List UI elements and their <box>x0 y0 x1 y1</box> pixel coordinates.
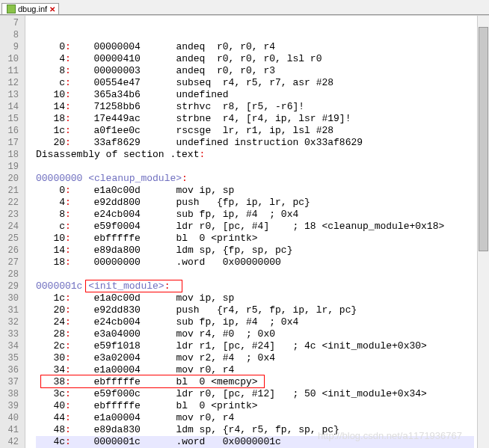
scrollbar-thumb[interactable] <box>479 27 488 251</box>
address: 44: <box>36 412 76 424</box>
address: 8: <box>36 65 76 77</box>
code-line[interactable]: 0000001c <init_module>: <box>36 280 474 292</box>
address: 14: <box>36 101 76 113</box>
code-line[interactable]: 8: 00000003andeq r0, r0, r3 <box>36 65 474 77</box>
code-line[interactable]: 4: e92dd800push {fp, ip, lr, pc} <box>36 197 474 209</box>
line-number: 19 <box>3 161 19 173</box>
instruction: ldr r0, [pc, #12] ; 50 <init_module+0x34… <box>176 388 426 400</box>
hex-bytes: 71258bb6 <box>93 101 176 113</box>
instruction: andeq r0, r0, r0, lsl r0 <box>176 53 322 65</box>
instruction: bl 0 <memcpy> <box>176 376 257 388</box>
instruction: strbne r4, [r4, ip, lsr #19]! <box>176 113 351 125</box>
address: 38: <box>36 376 76 388</box>
instruction: mov r0, r4 <box>176 364 234 376</box>
code-area[interactable]: 0: 00000004andeq r0, r0, r4 4: 00000410a… <box>25 16 477 448</box>
code-line[interactable]: 00000000 <cleanup_module>: <box>36 173 474 185</box>
address: 4: <box>36 197 76 209</box>
instruction: mov r2, #4 ; 0x4 <box>176 352 275 364</box>
instruction: mov ip, sp <box>176 185 234 197</box>
line-number: 7 <box>3 17 19 29</box>
code-line[interactable]: 4c: 0000001c.word 0x0000001c <box>36 436 474 448</box>
code-line[interactable]: 3c: e59f000cldr r0, [pc, #12] ; 50 <init… <box>36 388 474 400</box>
line-number: 11 <box>3 65 19 77</box>
code-line[interactable]: 1c: e1a0c00dmov ip, sp <box>36 292 474 304</box>
code-line[interactable]: 1c: a0f1ee0crscsge lr, r1, ip, lsl #28 <box>36 125 474 137</box>
line-number: 33 <box>3 328 19 340</box>
code-line[interactable]: 8: e24cb004sub fp, ip, #4 ; 0x4 <box>36 209 474 221</box>
code-line[interactable]: c: e59f0004ldr r0, [pc, #4] ; 18 <cleanu… <box>36 221 474 233</box>
instruction: .word 0x0000001c <box>176 436 280 448</box>
code-line[interactable]: 30: e3a02004mov r2, #4 ; 0x4 <box>36 352 474 364</box>
tab-file[interactable]: dbug.inf ✕ <box>1 3 59 14</box>
code-line[interactable]: 2c: e59f1018ldr r1, [pc, #24] ; 4c <init… <box>36 340 474 352</box>
code-line[interactable]: 20: 33af8629undefined instruction 0x33af… <box>36 137 474 149</box>
hex-bytes: e1a00004 <box>93 412 176 424</box>
line-number: 17 <box>3 137 19 149</box>
line-number: 30 <box>3 292 19 304</box>
code-line[interactable]: 18: 17e449acstrbne r4, [r4, ip, lsr #19]… <box>36 113 474 125</box>
address: 2c: <box>36 340 76 352</box>
line-number: 39 <box>3 400 19 412</box>
code-line[interactable]: 14: 71258bb6strhvc r8, [r5, -r6]! <box>36 101 474 113</box>
code-line[interactable]: 10: 365a34b6undefined <box>36 89 474 101</box>
instruction: andeq r0, r0, r4 <box>176 41 275 53</box>
code-line[interactable] <box>36 269 474 280</box>
line-number: 24 <box>3 221 19 233</box>
hex-bytes: a0f1ee0c <box>93 125 176 137</box>
hex-bytes: e1a0c00d <box>93 185 176 197</box>
line-number: 21 <box>3 185 19 197</box>
hex-bytes: e59f0004 <box>93 221 176 233</box>
line-number: 25 <box>3 233 19 245</box>
code-line[interactable]: c: 00554e47subseq r4, r5, r7, asr #28 <box>36 77 474 89</box>
tab-bar: dbug.inf ✕ <box>0 0 489 15</box>
code-line[interactable]: 44: e1a00004mov r0, r4 <box>36 412 474 424</box>
address: c: <box>36 221 76 233</box>
address: 28: <box>36 328 76 340</box>
code-line[interactable]: 4: 00000410andeq r0, r0, r0, lsl r0 <box>36 53 474 65</box>
line-number: 34 <box>3 340 19 352</box>
code-line[interactable]: 28: e3a04000mov r4, #0 ; 0x0 <box>36 328 474 340</box>
code-line[interactable]: 18: 00000000.word 0x00000000 <box>36 257 474 269</box>
hex-bytes: e24cb004 <box>93 209 176 221</box>
close-icon[interactable]: ✕ <box>49 5 55 13</box>
hex-bytes: e89da830 <box>93 424 176 436</box>
hex-bytes: e92dd830 <box>93 304 176 316</box>
line-number: 26 <box>3 245 19 257</box>
instruction: andeq r0, r0, r3 <box>176 65 275 77</box>
instruction: ldr r0, [pc, #4] ; 18 <cleanup_module+0x… <box>176 221 444 233</box>
hex-bytes: 00000004 <box>93 41 176 53</box>
instruction: subseq r4, r5, r7, asr #28 <box>176 77 333 89</box>
symbol-label: 0000001c <init_module> <box>36 280 164 292</box>
line-number: 38 <box>3 388 19 400</box>
code-line[interactable]: 14: e89da800ldm sp, {fp, sp, pc} <box>36 245 474 257</box>
code-line[interactable]: Disassembly of section .text: <box>36 149 474 161</box>
code-line[interactable]: 38: ebfffffebl 0 <memcpy> <box>36 376 474 388</box>
code-line[interactable]: 20: e92dd830push {r4, r5, fp, ip, lr, pc… <box>36 304 474 316</box>
address: c: <box>36 77 76 89</box>
hex-bytes: ebfffffe <box>93 233 176 245</box>
code-line[interactable]: 10: ebfffffebl 0 <printk> <box>36 233 474 245</box>
code-line[interactable]: 34: e1a00004mov r0, r4 <box>36 364 474 376</box>
code-line[interactable]: 40: ebfffffebl 0 <printk> <box>36 400 474 412</box>
hex-bytes: 17e449ac <box>93 113 176 125</box>
line-number: 18 <box>3 149 19 161</box>
instruction: strhvc r8, [r5, -r6]! <box>176 101 304 113</box>
code-line[interactable] <box>36 161 474 173</box>
address: 1c: <box>36 125 76 137</box>
vertical-scrollbar[interactable] <box>477 16 489 448</box>
code-line[interactable]: 0: e1a0c00dmov ip, sp <box>36 185 474 197</box>
instruction: mov r0, r4 <box>176 412 234 424</box>
address: 18: <box>36 257 76 269</box>
line-number: 29 <box>3 280 19 292</box>
instruction: ldr r1, [pc, #24] ; 4c <init_module+0x30… <box>176 340 426 352</box>
line-number: 40 <box>3 412 19 424</box>
line-number: 10 <box>3 53 19 65</box>
code-line[interactable]: 24: e24cb004sub fp, ip, #4 ; 0x4 <box>36 316 474 328</box>
instruction: undefined <box>176 89 228 101</box>
line-gutter: 7891011121314151617181920212223242526272… <box>0 16 25 448</box>
hex-bytes: e89da800 <box>93 245 176 257</box>
code-line[interactable]: 48: e89da830ldm sp, {r4, r5, fp, sp, pc} <box>36 424 474 436</box>
code-line[interactable]: 0: 00000004andeq r0, r0, r4 <box>36 41 474 53</box>
hex-bytes: e59f000c <box>93 388 176 400</box>
address: 4: <box>36 53 76 65</box>
